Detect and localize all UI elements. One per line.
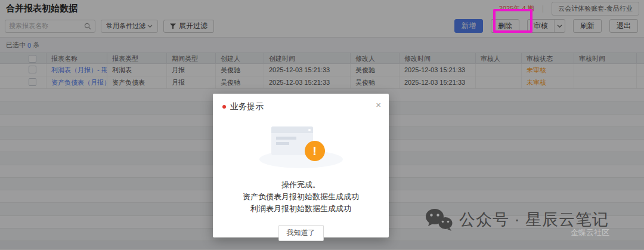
notice-illustration: ! — [247, 123, 355, 173]
business-prompt-dialog: 业务提示 × ! 操作完成。 资产负债表月报初始数据生成成功 利润表月报初始数据… — [213, 94, 389, 237]
confirm-button[interactable]: 我知道了 — [278, 225, 324, 241]
dialog-title: 业务提示 — [230, 101, 264, 112]
wechat-watermark: 公众号 · 星辰云笔记 — [425, 208, 609, 232]
wechat-icon — [425, 208, 453, 232]
warning-exclamation-icon: ! — [305, 141, 325, 161]
wechat-watermark-label: 公众号 · 星辰云笔记 — [459, 209, 609, 230]
message-line-1: 操作完成。 — [213, 179, 389, 191]
message-line-3: 利润表月报初始数据生成成功 — [213, 203, 389, 215]
red-dot-icon — [222, 105, 226, 109]
message-line-2: 资产负债表月报初始数据生成成功 — [213, 191, 389, 203]
annotation-highlight-box — [493, 9, 532, 33]
close-icon[interactable]: × — [376, 100, 381, 109]
